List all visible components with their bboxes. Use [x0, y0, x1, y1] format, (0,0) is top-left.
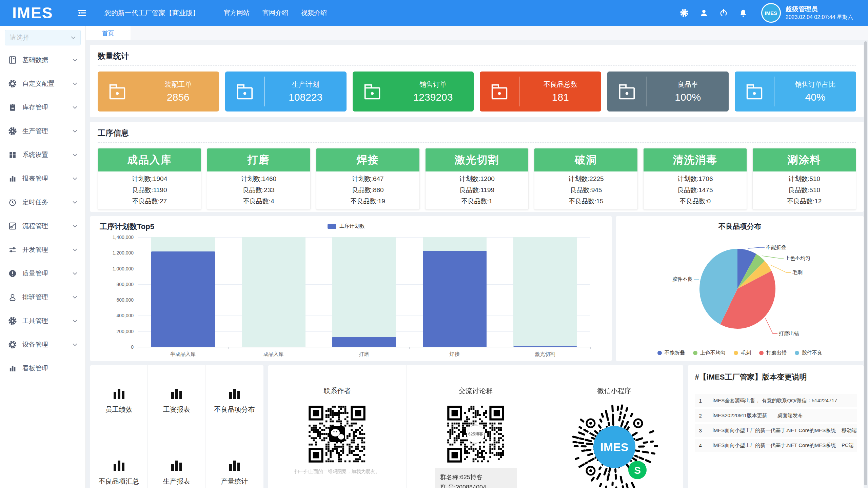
sidebar-item-3[interactable]: 生产管理 — [0, 119, 85, 143]
sidebar-item-11[interactable]: 工具管理 — [0, 309, 85, 333]
menu-search-select[interactable]: 请选择 — [5, 30, 81, 45]
report-shortcut-员工绩效[interactable]: 员工绩效 — [90, 365, 148, 437]
report-label: 员工绩效 — [105, 405, 133, 414]
wechat-miniprogram-qr — [571, 404, 658, 488]
sidebar-item-8[interactable]: 开发管理 — [0, 238, 85, 262]
pie-legend-item-上色不均匀[interactable]: 上色不均匀 — [693, 350, 726, 356]
sidebar-item-13[interactable]: 看板管理 — [0, 357, 85, 380]
nav-link-2[interactable]: 视频介绍 — [301, 8, 327, 17]
vertical-scrollbar[interactable] — [864, 41, 867, 485]
stat-card-1[interactable]: 生产计划 108223 — [225, 72, 347, 111]
process-card-3: 激光切割 计划数:1200 良品数:1199 不良品数:1 — [425, 148, 529, 210]
stat-card-3[interactable]: 不良品总数 181 — [480, 72, 601, 111]
collapse-menu-icon[interactable] — [77, 8, 87, 18]
chevron-down-icon — [71, 36, 76, 39]
process-defect: 不良品数:4 — [207, 196, 310, 207]
sidebar-item-10[interactable]: 排班管理 — [0, 285, 85, 309]
bar-chart-title: 工序计划数Top5 — [100, 222, 154, 232]
sidebar: 请选择 基础数据 自定义配置 库存管理 生产管理 系统设置 报表管理 定时任务 … — [0, 26, 86, 488]
sidebar-item-5[interactable]: 报表管理 — [0, 167, 85, 190]
process-name: 打磨 — [207, 148, 310, 171]
tab-bar: 首页 — [86, 26, 868, 40]
sidebar-item-12[interactable]: 设备管理 — [0, 333, 85, 357]
clipboard-icon — [8, 103, 17, 112]
changelog-row-1: 1 iMES全套源码出售， 有意的联系QQ/微信：514224717 — [695, 394, 857, 407]
avatar[interactable]: IMES — [761, 3, 781, 23]
report-shortcut-不良品项汇总[interactable]: 不良品项汇总 — [90, 437, 148, 488]
contact-qr-caption: 扫一扫上面的二维码图案，加我为朋友。 — [294, 469, 380, 475]
nav-link-1[interactable]: 官网介绍 — [262, 8, 288, 17]
y-axis-tick-label: 400,000 — [100, 313, 134, 318]
pie-legend-item-胶件不良[interactable]: 胶件不良 — [795, 350, 822, 356]
changelog-row-3: 3 iMES面向小型工厂的新一代基于.NET Core的MES系统__移动端 — [695, 424, 857, 437]
stat-card-label: 生产计划 — [292, 80, 319, 89]
notification-icon[interactable] — [739, 8, 748, 17]
x-axis-category-label: 半成品入库 — [138, 351, 228, 358]
report-shortcut-工资报表[interactable]: 工资报表 — [148, 365, 205, 437]
changelog-title: #【iMES工厂管家】版本变更说明 — [695, 365, 857, 388]
bar-半成品入库[interactable] — [151, 251, 215, 347]
report-shortcut-不良品项分布[interactable]: 不良品项分布 — [205, 365, 263, 437]
bar-chart-icon — [171, 388, 182, 399]
briefcase-icon — [607, 72, 647, 111]
process-defect: 不良品数:19 — [316, 196, 419, 207]
sidebar-item-label: 生产管理 — [22, 127, 48, 136]
group-number: 群 号:200884004 — [440, 482, 511, 488]
sidebar-item-0[interactable]: 基础数据 — [0, 48, 85, 72]
legend-dot — [693, 351, 697, 355]
stat-card-5[interactable]: 销售订单占比 40% — [735, 72, 856, 111]
bar-焊接[interactable] — [423, 251, 487, 347]
stat-card-value: 2856 — [167, 92, 190, 103]
contact-author-panel: 联系作者 扫一扫上面的二维码图案，加我为朋友。 — [268, 365, 407, 488]
stat-card-0[interactable]: 装配工单 2856 — [98, 72, 219, 111]
report-label: 生产报表 — [163, 477, 190, 486]
pie-legend-item-不能折叠[interactable]: 不能折叠 — [657, 350, 685, 356]
briefcase-icon — [480, 72, 519, 111]
main-content: 首页 数量统计 装配工单 2856 生产计划 108223 销售订单 12392… — [86, 26, 868, 488]
x-axis-category-label: 焊接 — [409, 351, 500, 358]
legend-dot — [759, 351, 764, 355]
report-shortcut-产量统计[interactable]: 产量统计 — [205, 437, 263, 488]
process-card-4: 破洞 计划数:2225 良品数:945 不良品数:15 — [534, 148, 638, 210]
bar-chart-legend[interactable]: 工序计划数 — [328, 223, 365, 229]
settings-icon[interactable] — [680, 8, 689, 17]
datetime: 2023.02.04 02:07:44 星期六 — [786, 14, 853, 21]
user-icon[interactable] — [699, 8, 708, 17]
report-label: 产量统计 — [221, 477, 248, 486]
tab-home[interactable]: 首页 — [86, 26, 131, 40]
sidebar-item-4[interactable]: 系统设置 — [0, 143, 85, 167]
bar-打磨[interactable] — [332, 337, 396, 347]
sidebar-item-7[interactable]: 流程管理 — [0, 214, 85, 238]
process-plan: 计划数:1200 — [426, 173, 529, 184]
changelog-row-number: 3 — [699, 428, 712, 433]
sidebar-item-2[interactable]: 库存管理 — [0, 96, 85, 119]
app-title: 您的新一代工厂管家【商业版】 — [104, 8, 199, 18]
stat-card-label: 装配工单 — [164, 80, 192, 89]
stat-card-2[interactable]: 销售订单 1239203 — [353, 72, 474, 111]
nav-link-0[interactable]: 官方网站 — [224, 8, 250, 17]
power-icon[interactable] — [719, 8, 728, 17]
report-shortcut-生产报表[interactable]: 生产报表 — [148, 437, 205, 488]
stat-card-4[interactable]: 良品率 100% — [607, 72, 729, 111]
sidebar-item-1[interactable]: 自定义配置 — [0, 72, 85, 96]
bar-成品入库[interactable] — [242, 347, 305, 347]
y-axis-tick-label: 1,400,000 — [100, 235, 134, 240]
sidebar-item-9[interactable]: 质量管理 — [0, 262, 85, 285]
stat-card-label: 销售订单占比 — [795, 80, 836, 89]
bar-激光切割[interactable] — [513, 346, 577, 347]
pie-label-leader — [748, 247, 765, 248]
pie-legend-item-毛刺[interactable]: 毛刺 — [734, 350, 751, 356]
y-axis-tick-label: 1,000,000 — [100, 266, 134, 271]
pie-legend-item-打磨出错[interactable]: 打磨出错 — [759, 350, 787, 356]
qq-group-qr — [445, 404, 506, 465]
legend-label: 胶件不良 — [802, 350, 822, 356]
process-panel-title: 工序信息 — [98, 122, 856, 142]
legend-label: 毛刺 — [741, 350, 751, 356]
process-plan: 计划数:1460 — [207, 173, 310, 184]
pie-label-leader — [694, 279, 699, 279]
briefcase-icon — [735, 72, 774, 111]
sidebar-item-6[interactable]: 定时任务 — [0, 190, 85, 214]
chevron-down-icon — [73, 201, 77, 204]
process-panel: 工序信息 成品入库 计划数:1904 良品数:1190 不良品数:27 打磨 计… — [90, 122, 864, 212]
changelog-panel: #【iMES工厂管家】版本变更说明 1 iMES全套源码出售， 有意的联系QQ/… — [688, 365, 864, 488]
